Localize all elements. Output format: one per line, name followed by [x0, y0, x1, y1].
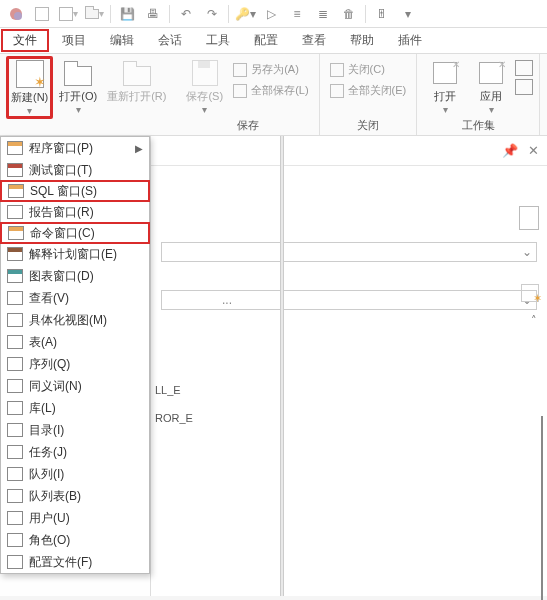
saveall-icon — [233, 84, 247, 98]
window-icon — [7, 141, 23, 155]
dd-item-15[interactable]: 队列(I) — [1, 463, 149, 485]
dd-item-2[interactable]: SQL 窗口(S) — [0, 180, 150, 202]
new-file-icon — [13, 59, 47, 89]
group-save-label: 保存 — [237, 118, 259, 135]
quick-access-toolbar: ▾ ▾ 💾 🖶 ↶ ↷ 🔑▾ ▷ ≡ ≣ 🗑 🎚 ▾ — [0, 0, 547, 28]
dd-item-9[interactable]: 表(A) — [1, 331, 149, 353]
new-item-slot[interactable] — [521, 284, 539, 302]
qat-new-icon[interactable] — [30, 3, 54, 25]
window-icon — [7, 555, 23, 569]
combo-1[interactable]: ⌄ — [161, 242, 537, 262]
qat-redo-icon[interactable]: ↷ — [200, 3, 224, 25]
menu-project[interactable]: 项目 — [50, 28, 98, 53]
window-icon — [7, 533, 23, 547]
dd-item-11[interactable]: 同义词(N) — [1, 375, 149, 397]
menu-tools[interactable]: 工具 — [194, 28, 242, 53]
qat-sliders-icon[interactable]: 🎚 — [370, 3, 394, 25]
qat-print-icon[interactable]: 🖶 — [141, 3, 165, 25]
dd-item-label: 程序窗口(P) — [29, 140, 93, 157]
menu-edit[interactable]: 编辑 — [98, 28, 146, 53]
window-icon — [7, 335, 23, 349]
panel-body: ⌄ ⌄ ˄ LL_E ROR_E — [151, 166, 547, 596]
dd-item-label: 库(L) — [29, 400, 56, 417]
window-icon — [8, 184, 24, 198]
ws-mini2-icon[interactable] — [515, 79, 533, 95]
saveas-icon — [233, 63, 247, 77]
qat-db-icon[interactable]: ≡ — [285, 3, 309, 25]
chevron-down-icon: ▾ — [443, 104, 448, 115]
dd-item-label: 任务(J) — [29, 444, 67, 461]
separator — [365, 5, 366, 23]
window-icon — [7, 313, 23, 327]
splitter[interactable] — [280, 136, 284, 596]
dd-item-8[interactable]: 具体化视图(M) — [1, 309, 149, 331]
ribbon-group-close: 关闭(C) 全部关闭(E) 关闭 — [320, 54, 418, 135]
closeall-button[interactable]: 全部关闭(E) — [326, 81, 411, 100]
new-button[interactable]: 新建(N) ▾ — [6, 56, 53, 119]
qat-save-icon[interactable]: 💾 — [115, 3, 139, 25]
qat-more-icon[interactable]: ▾ — [396, 3, 420, 25]
menu-view[interactable]: 查看 — [290, 28, 338, 53]
menu-help[interactable]: 帮助 — [338, 28, 386, 53]
dd-item-3[interactable]: 报告窗口(R) — [1, 201, 149, 223]
window-icon — [7, 291, 23, 305]
dd-item-18[interactable]: 角色(O) — [1, 529, 149, 551]
dd-item-0[interactable]: 程序窗口(P)▶ — [1, 137, 149, 159]
dd-item-16[interactable]: 队列表(B) — [1, 485, 149, 507]
menu-file[interactable]: 文件 — [1, 29, 49, 52]
dd-item-1[interactable]: 测试窗口(T) — [1, 159, 149, 181]
qat-trash-icon[interactable]: 🗑 — [337, 3, 361, 25]
dd-item-17[interactable]: 用户(U) — [1, 507, 149, 529]
chevron-down-icon: ▾ — [27, 105, 32, 116]
scrollbar[interactable] — [541, 416, 543, 600]
dd-item-4[interactable]: 命令窗口(C) — [0, 222, 150, 244]
dd-item-13[interactable]: 目录(I) — [1, 419, 149, 441]
dd-item-label: 队列表(B) — [29, 488, 81, 505]
chevron-down-icon: ▾ — [202, 104, 207, 115]
ribbon-group-file: 新建(N) ▾ 打开(O) ▾ 重新打开(R) — [0, 54, 176, 135]
dd-item-10[interactable]: 序列(Q) — [1, 353, 149, 375]
ws-open-button[interactable]: 打开 ▾ — [423, 56, 467, 117]
dd-item-6[interactable]: 图表窗口(D) — [1, 265, 149, 287]
qat-window-icon[interactable]: ▾ — [56, 3, 80, 25]
close-button[interactable]: 关闭(C) — [326, 60, 411, 79]
qat-run-icon[interactable]: ▷ — [259, 3, 283, 25]
group-ws-label: 工作集 — [462, 118, 495, 135]
reopen-button[interactable]: 重新打开(R) — [103, 56, 170, 104]
chevron-down-icon: ▾ — [76, 104, 81, 115]
save-label: 保存(S) — [186, 90, 223, 102]
dd-item-19[interactable]: 配置文件(F) — [1, 551, 149, 573]
dd-item-label: 角色(O) — [29, 532, 70, 549]
pin-icon[interactable]: 📌 — [502, 143, 518, 158]
window-icon — [7, 489, 23, 503]
ws-mini1-icon[interactable] — [515, 60, 533, 76]
dd-item-12[interactable]: 库(L) — [1, 397, 149, 419]
collapse-icon[interactable]: ˄ — [531, 314, 537, 327]
separator — [228, 5, 229, 23]
qat-undo-icon[interactable]: ↶ — [174, 3, 198, 25]
dd-item-5[interactable]: 解释计划窗口(E) — [1, 243, 149, 265]
qat-open-icon[interactable]: ▾ — [82, 3, 106, 25]
close-panel-icon[interactable]: ✕ — [528, 143, 539, 158]
menu-session[interactable]: 会话 — [146, 28, 194, 53]
dd-item-label: 具体化视图(M) — [29, 312, 107, 329]
dd-item-label: 表(A) — [29, 334, 57, 351]
saveall-button[interactable]: 全部保存(L) — [229, 81, 312, 100]
open-label: 打开(O) — [59, 90, 97, 102]
ws-apply-button[interactable]: 应用 ▾ — [469, 56, 513, 117]
qat-db2-icon[interactable]: ≣ — [311, 3, 335, 25]
close-icon — [330, 63, 344, 77]
menu-config[interactable]: 配置 — [242, 28, 290, 53]
ribbon-group-save: 保存(S) ▾ 另存为(A) 全部保存(L) 保存 — [176, 54, 319, 135]
menu-plugins[interactable]: 插件 — [386, 28, 434, 53]
window-icon — [7, 445, 23, 459]
open-button[interactable]: 打开(O) ▾ — [55, 56, 101, 117]
save-button[interactable]: 保存(S) ▾ — [182, 56, 227, 117]
dd-item-7[interactable]: 查看(V) — [1, 287, 149, 309]
combo-2[interactable]: ⌄ — [161, 290, 537, 310]
ws-apply-label: 应用 — [480, 90, 502, 102]
slot-box[interactable] — [519, 206, 539, 230]
dd-item-14[interactable]: 任务(J) — [1, 441, 149, 463]
qat-key-icon[interactable]: 🔑▾ — [233, 3, 257, 25]
saveas-button[interactable]: 另存为(A) — [229, 60, 312, 79]
